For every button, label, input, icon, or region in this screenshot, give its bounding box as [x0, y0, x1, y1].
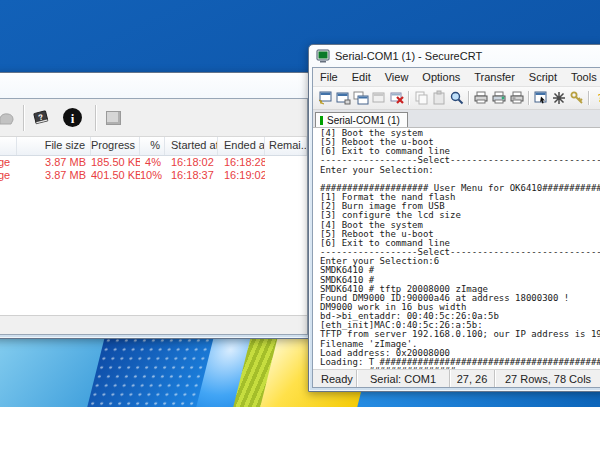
cell-filesize: 3.87 MB — [17, 156, 91, 169]
securecrt-window: Serial-COM1 (1) - SecureCRT File Edit Vi… — [308, 44, 600, 392]
tftp-client-area: ? i File size Progress % Started at Ende… — [0, 98, 308, 335]
status-serial-port: Serial: COM1 — [356, 370, 449, 387]
menu-transfer[interactable]: Transfer — [467, 71, 522, 83]
panel-toggle-icon[interactable] — [106, 111, 121, 125]
connect-in-tab-icon[interactable] — [352, 90, 370, 107]
cell-percent: 10% — [140, 169, 165, 182]
help-icon[interactable]: ? — [592, 90, 600, 107]
securecrt-app-icon — [316, 49, 330, 63]
transfer-table: File size Progress % Started at Ended at… — [0, 137, 307, 315]
svg-text:i: i — [70, 111, 74, 126]
copy-icon[interactable] — [412, 90, 430, 107]
toolbar: ? — [313, 87, 600, 110]
menu-tools[interactable]: Tools — [564, 71, 600, 83]
column-header-name[interactable] — [0, 137, 17, 155]
column-header-ended[interactable]: Ended at — [218, 137, 265, 155]
key-icon[interactable] — [568, 90, 586, 107]
terminal-text: [4] Boot the system [5] Reboot the u-boo… — [313, 128, 600, 369]
table-row[interactable]: ge 3.87 MB 185.50 KB 4% 16:18:02 16:18:2… — [0, 156, 307, 169]
cell-progress: 185.50 KB — [91, 156, 140, 169]
column-header-filesize[interactable]: File size — [17, 137, 91, 155]
cell-filesize: 3.87 MB — [17, 169, 91, 182]
cell-started: 16:18:02 — [165, 156, 218, 169]
cell-ended: 16:18:28 — [218, 156, 265, 169]
cell-started: 16:18:37 — [165, 169, 218, 182]
screen: ? i File size Progress % Started at Ende… — [0, 0, 600, 450]
terminal-screen[interactable]: [4] Boot the system [5] Reboot the u-boo… — [313, 128, 600, 369]
reconnect-icon[interactable] — [370, 90, 388, 107]
status-grid-size: 27 Rows, 78 Cols — [494, 370, 600, 387]
column-header-started[interactable]: Started at — [165, 137, 218, 155]
menu-file[interactable]: File — [313, 71, 345, 83]
cell-progress: 401.50 KB — [91, 169, 140, 182]
about-info-icon[interactable]: i — [59, 109, 85, 126]
cell-remaining — [265, 169, 307, 182]
column-header-progress[interactable]: Progress — [91, 137, 140, 155]
tab-bar: Serial-COM1 (1) — [313, 110, 600, 128]
session-options-icon[interactable] — [550, 90, 568, 107]
window-title: Serial-COM1 (1) - SecureCRT — [335, 50, 482, 62]
print-icon[interactable] — [508, 90, 526, 107]
securecrt-title-bar[interactable]: Serial-COM1 (1) - SecureCRT — [309, 45, 600, 66]
toolbar-separator — [528, 91, 530, 105]
column-header-remaining[interactable]: Remai... — [265, 137, 307, 155]
disconnect-icon[interactable] — [388, 90, 406, 107]
print-preview-icon[interactable] — [472, 90, 490, 107]
toolbar-separator — [408, 91, 410, 105]
print-selection-icon[interactable] — [490, 90, 508, 107]
tab-serial-com1[interactable]: Serial-COM1 (1) — [315, 112, 408, 127]
connect-icon[interactable] — [334, 90, 352, 107]
menu-options[interactable]: Options — [415, 71, 467, 83]
column-header-percent[interactable]: % — [140, 137, 165, 155]
menu-edit[interactable]: Edit — [345, 71, 378, 83]
properties-icon[interactable] — [532, 90, 550, 107]
quick-connect-icon[interactable] — [316, 90, 334, 107]
menu-view[interactable]: View — [378, 71, 416, 83]
tftp-transfer-window: ? i File size Progress % Started at Ende… — [0, 72, 312, 339]
toolbar-separator — [588, 91, 590, 105]
cell-remaining — [265, 156, 307, 169]
tab-label: Serial-COM1 (1) — [327, 115, 400, 126]
tftp-toolbar: ? i — [0, 99, 307, 137]
cell-filename: ge — [0, 169, 17, 182]
tab-connected-indicator — [320, 116, 323, 125]
transfer-table-header: File size Progress % Started at Ended at… — [0, 137, 307, 156]
table-row[interactable]: ge 3.87 MB 401.50 KB 10% 16:18:37 16:19:… — [0, 169, 307, 182]
cell-percent: 4% — [140, 156, 165, 169]
status-bar: Ready Serial: COM1 27, 26 27 Rows, 78 Co… — [313, 369, 600, 387]
cell-filename: ge — [0, 156, 17, 169]
status-cursor-position: 27, 26 — [449, 370, 494, 387]
tftp-title-bar[interactable] — [0, 73, 311, 97]
tool-disabled-icon — [0, 109, 19, 126]
toolbar-separator — [468, 91, 470, 105]
menu-script[interactable]: Script — [522, 71, 564, 83]
help-book-icon[interactable]: ? — [29, 109, 53, 126]
tftp-status-bar — [0, 315, 307, 334]
find-icon[interactable] — [448, 90, 466, 107]
menu-bar: File Edit View Options Transfer Script T… — [313, 68, 600, 87]
status-state: Ready — [313, 373, 356, 385]
paste-icon[interactable] — [430, 90, 448, 107]
securecrt-client-area: File Edit View Options Transfer Script T… — [312, 67, 600, 388]
toolbar-separator — [23, 105, 25, 131]
toolbar-separator — [95, 105, 97, 131]
cell-ended: 16:19:02 — [218, 169, 265, 182]
